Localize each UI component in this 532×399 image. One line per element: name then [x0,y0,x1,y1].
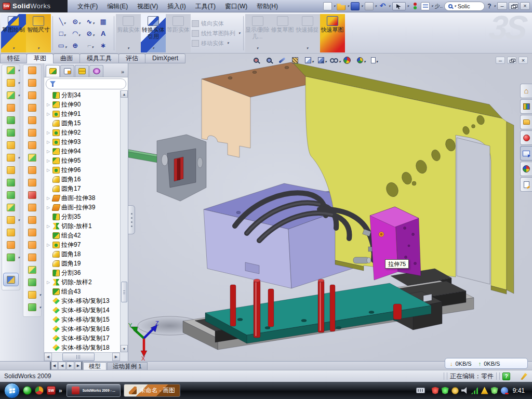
print-dropdown-icon[interactable] [375,4,377,8]
curve-icon[interactable] [3,252,19,263]
command-dropdown-icon[interactable] [12,45,15,52]
tool-dropdown-icon[interactable] [18,94,20,98]
doc-restore-button[interactable] [507,57,516,64]
expand-arrow-icon[interactable] [47,205,51,210]
view-tool-dropdown-icon[interactable] [312,60,314,64]
tool-dropdown-icon[interactable] [18,256,20,260]
repair-sketch-button[interactable]: 修复草图 [270,14,295,52]
select-dropdown-icon[interactable] [407,4,409,8]
solidworks-resources-icon[interactable] [520,84,532,98]
feature-tree-item[interactable]: 分割34 [45,90,119,100]
save-icon[interactable] [351,2,360,10]
feature-tree-item[interactable]: 切除-放样2 [45,277,119,287]
panel-splitter-handle[interactable] [128,205,135,234]
hide-show-items-icon[interactable] [330,55,341,65]
menu-item[interactable]: 帮助(H) [252,0,283,12]
slide-insert-body[interactable] [370,207,421,280]
extend-surface-icon[interactable] [24,165,40,176]
first-tab-button[interactable]: ◀ [50,362,58,370]
open-icon[interactable] [337,2,345,10]
command-dropdown-icon[interactable] [238,31,241,35]
configurationmanager-tab[interactable] [75,65,89,77]
point-tool[interactable]: ∗ [98,39,111,51]
last-tab-button[interactable]: ▶ [75,362,83,370]
design-library-icon[interactable] [520,99,532,114]
command-dropdown-icon[interactable] [127,45,129,52]
boundary-surface-icon[interactable] [24,252,40,263]
menu-item[interactable]: 文件(F) [73,0,102,12]
axis-icon[interactable] [3,240,19,250]
feature-tree-item[interactable]: 圆角19 [45,259,119,268]
mid-surface-icon[interactable] [24,227,40,238]
feature-tree-item[interactable]: 组合43 [45,287,119,296]
command-manager-tab[interactable]: 特征 [0,54,27,63]
undo-icon[interactable]: ↶ [378,2,387,10]
command-manager-tab[interactable]: 评估 [118,54,145,63]
zoom-fit-icon[interactable] [252,55,263,65]
magnify-icon[interactable] [278,55,289,65]
feature-tree-item[interactable]: 圆角16 [45,175,119,184]
feature-tree-item[interactable]: 拉伸93 [45,137,119,147]
sketch-text-tool[interactable]: A [98,28,111,39]
feature-tree-item[interactable]: 实体-移动/复制14 [45,305,119,315]
solidworks-launcher-icon[interactable]: SW [47,386,56,395]
feature-tree-item[interactable]: 切除-放样1 [45,221,119,231]
hole-wizard-icon[interactable] [3,140,19,151]
view-tool-dropdown-icon[interactable] [364,60,366,64]
parting-line-icon[interactable] [24,90,40,101]
dimxpertmanager-tab[interactable] [89,65,103,77]
dome-icon[interactable] [24,277,40,288]
feature-tree-item[interactable]: 圆角15 [45,118,119,128]
view-tool-dropdown-icon[interactable] [339,60,341,64]
options-dropdown-icon[interactable] [431,4,433,8]
selection-box-tool[interactable]: ▦ [98,16,111,28]
options-list-icon[interactable] [421,2,430,10]
command-manager-tab[interactable]: 曲面 [53,54,80,63]
menu-item[interactable]: 编辑(E) [102,0,132,12]
sketch-button[interactable]: 草图绘制 [1,14,26,52]
fillet-surface-icon[interactable] [24,264,40,275]
restore-button[interactable] [509,2,518,10]
volume-icon[interactable] [461,387,469,394]
next-tab-button[interactable]: ▶ [66,362,74,370]
slot-tool[interactable]: ▭ [56,39,69,51]
rapid-sketch-button[interactable]: 快速草图 [320,14,345,52]
plane-icon[interactable] [3,227,19,238]
feature-tree-item[interactable]: 实体-移动/复制15 [45,315,119,324]
instant3d-icon[interactable] [3,273,19,286]
combine-bodies-icon[interactable] [3,177,19,188]
apply-scene-icon[interactable] [356,55,367,65]
ellipse-tool[interactable]: ⊘ [84,28,97,39]
expand-arrow-icon[interactable] [47,280,51,285]
tool-dropdown-icon[interactable] [64,33,66,37]
select-cursor-icon[interactable] [392,2,406,10]
help-icon[interactable]: ? [486,3,492,10]
tree-filter-box[interactable] [46,78,126,89]
rectangle-tool[interactable]: □ [56,28,69,39]
fillet-icon[interactable] [3,90,19,101]
signal-icon[interactable] [471,387,478,394]
scrollbar-thumb[interactable] [62,353,95,361]
feature-tree-item[interactable]: 实体-移动/复制18 [45,343,119,352]
untrim-surface-icon[interactable] [24,215,40,225]
replace-face-icon[interactable] [24,202,40,213]
offset-entities-button[interactable]: 等距实体 [166,14,191,52]
feature-tree-item[interactable]: 圆角18 [45,249,119,259]
parting-surface-icon[interactable] [24,115,40,126]
scrollbar-thumb[interactable] [121,282,127,302]
view-tool-dropdown-icon[interactable] [325,60,327,64]
expand-arrow-icon[interactable] [47,112,51,116]
command-dropdown-icon[interactable] [257,45,259,52]
defender-shield-icon[interactable] [491,387,498,394]
feature-tree-item[interactable]: 拉伸96 [45,165,119,175]
expand-arrow-icon[interactable] [47,158,51,163]
feature-tree-item[interactable]: 实体-移动/复制16 [45,324,119,334]
doc-close-button[interactable]: × [518,57,528,64]
polygon-tool[interactable]: ⊕ [70,39,83,51]
scroll-left-icon[interactable]: ◀ [44,353,52,361]
move-entities-button[interactable]: 移动实体 [192,39,241,47]
quick-snaps-button[interactable]: 快速捕捉 [295,14,320,52]
security-alert-icon[interactable] [432,387,439,394]
menu-item[interactable]: 工具(T) [191,0,220,12]
feature-tree-item[interactable]: 实体-移动/复制17 [45,334,119,343]
